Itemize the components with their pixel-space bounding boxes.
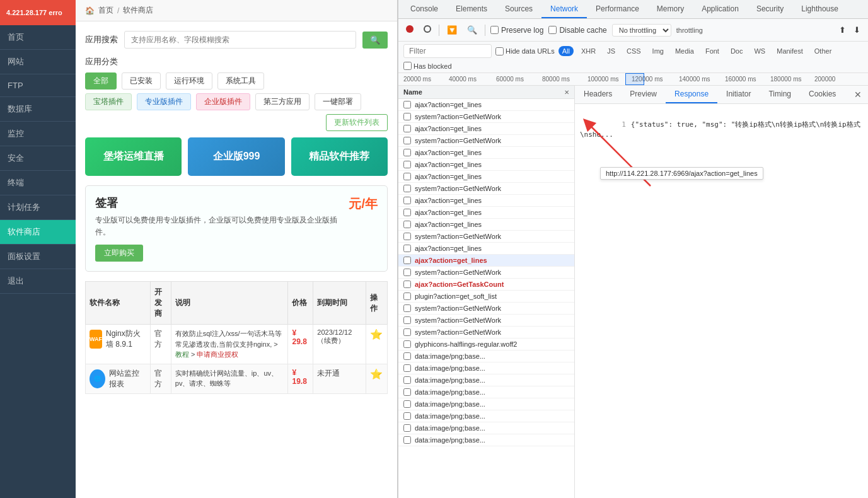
buy-button[interactable]: 立即购买 — [95, 245, 143, 262]
request-row[interactable]: system?action=GetNetWork — [398, 135, 574, 147]
request-row[interactable]: glyphicons-halflings-regular.woff2 — [398, 339, 574, 350]
breadcrumb-home[interactable]: 首页 — [98, 5, 113, 16]
request-checkbox[interactable] — [403, 113, 411, 120]
tab-sources[interactable]: Sources — [496, 1, 541, 18]
cat-runtime[interactable]: 运行环境 — [166, 72, 212, 90]
cat-enterprise-plugin[interactable]: 企业版插件 — [196, 93, 250, 110]
request-checkbox[interactable] — [403, 245, 411, 252]
request-checkbox[interactable] — [403, 316, 411, 324]
type-all[interactable]: All — [558, 46, 574, 56]
request-row[interactable]: data:image/png;base... — [398, 434, 574, 446]
request-checkbox[interactable] — [403, 352, 411, 360]
request-checkbox[interactable] — [403, 233, 411, 240]
request-checkbox[interactable] — [403, 173, 411, 180]
preserve-log-label[interactable]: Preserve log — [490, 26, 543, 35]
request-row[interactable]: data:image/png;base... — [398, 398, 574, 410]
sidebar-item-terminal[interactable]: 终端 — [0, 171, 76, 195]
app-action-2[interactable]: ⭐ — [366, 364, 387, 393]
request-row[interactable]: ajax?action=get_lines — [398, 195, 574, 207]
app-action[interactable]: ⭐ — [366, 325, 387, 364]
request-checkbox[interactable] — [403, 161, 411, 168]
banner-live[interactable]: 堡塔运维直播 — [85, 137, 182, 176]
type-css[interactable]: CSS — [623, 46, 645, 56]
sidebar-item-store[interactable]: 软件商店 — [0, 220, 76, 245]
request-row[interactable]: ajax?action=GetTaskCount — [398, 279, 574, 291]
cat-pro-plugin[interactable]: 专业版插件 — [137, 93, 191, 110]
type-font[interactable]: Font — [702, 46, 723, 56]
request-checkbox[interactable] — [403, 328, 411, 336]
request-checkbox[interactable] — [403, 281, 411, 288]
request-checkbox[interactable] — [403, 304, 411, 312]
request-row[interactable]: data:image/png;base... — [398, 410, 574, 422]
request-row[interactable]: ajax?action=get_lines — [398, 159, 574, 171]
cat-all[interactable]: 全部 — [85, 72, 117, 90]
type-doc[interactable]: Doc — [727, 46, 747, 56]
detail-tab-initiator[interactable]: Initiator — [717, 86, 760, 103]
has-blocked-label[interactable]: Has blocked — [403, 62, 452, 70]
request-row[interactable]: plugin?action=get_soft_list — [398, 291, 574, 303]
request-checkbox[interactable] — [403, 149, 411, 156]
type-media[interactable]: Media — [671, 46, 698, 56]
request-checkbox[interactable] — [403, 388, 411, 396]
request-row[interactable]: ajax?action=get_lines — [398, 219, 574, 231]
tab-performance[interactable]: Performance — [587, 1, 648, 18]
sidebar-item-website[interactable]: 网站 — [0, 50, 76, 74]
sidebar-item-panel-settings[interactable]: 面板设置 — [0, 245, 76, 269]
cat-one-click[interactable]: 一键部署 — [315, 93, 361, 110]
request-row[interactable]: ajax?action=get_lines — [398, 99, 574, 111]
sidebar-item-security[interactable]: 安全 — [0, 146, 76, 171]
banner-enterprise[interactable]: 企业版999 — [188, 137, 284, 176]
sidebar-item-cron[interactable]: 计划任务 — [0, 195, 76, 220]
tab-application[interactable]: Application — [693, 1, 748, 18]
request-checkbox[interactable] — [403, 185, 411, 192]
sidebar-item-monitor[interactable]: 监控 — [0, 122, 76, 146]
cat-bt-plugin[interactable]: 宝塔插件 — [85, 93, 132, 110]
has-blocked-checkbox[interactable] — [403, 62, 412, 70]
cat-systools[interactable]: 系统工具 — [217, 72, 264, 90]
request-row[interactable]: data:image/png;base... — [398, 374, 574, 386]
tab-console[interactable]: Console — [402, 1, 447, 18]
request-checkbox[interactable] — [403, 209, 411, 216]
cat-third-party[interactable]: 第三方应用 — [255, 93, 310, 110]
search-network-button[interactable]: 🔍 — [465, 24, 480, 36]
request-row[interactable]: ajax?action=get_lines — [398, 207, 574, 219]
sidebar-item-database[interactable]: 数据库 — [0, 97, 76, 122]
request-checkbox[interactable] — [403, 340, 411, 348]
request-checkbox[interactable] — [403, 436, 411, 444]
detail-tab-cookies[interactable]: Cookies — [800, 86, 845, 103]
filter-toggle-button[interactable]: 🔽 — [444, 24, 460, 36]
type-js[interactable]: JS — [603, 46, 619, 56]
cat-installed[interactable]: 已安装 — [122, 72, 161, 90]
stop-button[interactable] — [421, 24, 434, 36]
tab-elements[interactable]: Elements — [447, 1, 496, 18]
request-row[interactable]: ajax?action=get_lines — [398, 123, 574, 135]
disable-cache-checkbox[interactable] — [548, 26, 557, 34]
request-checkbox[interactable] — [403, 424, 411, 432]
request-row[interactable]: system?action=GetNetWork — [398, 231, 574, 243]
detail-tab-headers[interactable]: Headers — [575, 86, 621, 103]
download-icon[interactable]: ⬇ — [851, 24, 863, 36]
request-row[interactable]: ajax?action=get_lines — [398, 171, 574, 183]
detail-close-button[interactable]: ✕ — [848, 86, 868, 103]
tab-lighthouse[interactable]: Lighthouse — [792, 1, 847, 18]
request-row[interactable]: data:image/png;base... — [398, 422, 574, 434]
disable-cache-label[interactable]: Disable cache — [548, 26, 606, 35]
request-checkbox[interactable] — [403, 221, 411, 228]
preserve-log-checkbox[interactable] — [490, 26, 499, 34]
search-button[interactable]: 🔍 — [362, 32, 388, 49]
request-row[interactable]: system?action=GetNetWork — [398, 315, 574, 327]
request-row[interactable]: system?action=GetNetWork — [398, 111, 574, 123]
request-row[interactable]: system?action=GetNetWork — [398, 267, 574, 279]
sidebar-item-logout[interactable]: 退出 — [0, 269, 76, 294]
desc-link-tutorial[interactable]: 教程 — [175, 350, 189, 358]
request-checkbox[interactable] — [403, 197, 411, 204]
tab-network[interactable]: Network — [541, 1, 587, 18]
request-row[interactable]: ajax?action=get_lines — [398, 243, 574, 255]
banner-premium[interactable]: 精品软件推荐 — [291, 137, 388, 176]
record-button[interactable] — [403, 24, 416, 36]
throttle-select[interactable]: No throttling — [612, 24, 671, 37]
desc-link-license[interactable]: 申请商业授权 — [197, 350, 238, 358]
request-checkbox[interactable] — [403, 364, 411, 372]
detail-tab-timing[interactable]: Timing — [760, 86, 800, 103]
request-row[interactable]: data:image/png;base... — [398, 350, 574, 362]
